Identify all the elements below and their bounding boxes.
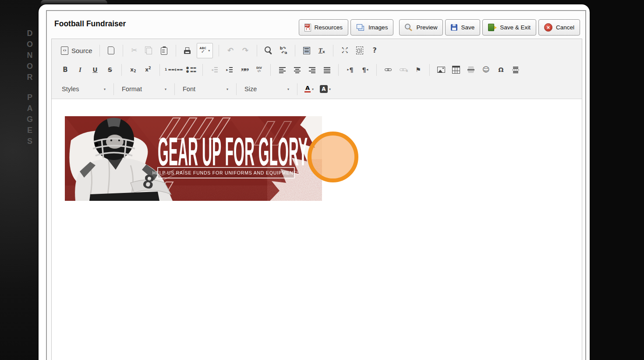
- align-left-button[interactable]: [276, 63, 289, 76]
- vertical-letter: E: [27, 125, 32, 136]
- editor-toolbar: Source▾ Styles▾Format▾Font▾Size▾▾▾: [52, 39, 582, 99]
- toolbar-separator: [295, 45, 295, 57]
- fundraiser-banner-image[interactable]: 8: [65, 116, 322, 201]
- subscript-button[interactable]: [127, 63, 140, 76]
- copy-button[interactable]: [143, 44, 156, 57]
- align-center-button[interactable]: [290, 63, 304, 76]
- size-dropdown[interactable]: Size▾: [241, 82, 292, 96]
- toolbar-separator: [121, 64, 122, 76]
- maximize-button[interactable]: [338, 44, 351, 57]
- paste-button[interactable]: [158, 44, 171, 57]
- rich-text-editor: Source▾ Styles▾Format▾Font▾Size▾▾▾: [51, 39, 582, 360]
- font-dropdown-label: Font: [183, 86, 195, 93]
- page-break-icon: [512, 66, 520, 74]
- chevron-down-icon: ▾: [287, 87, 289, 91]
- blockquote-button[interactable]: [237, 63, 251, 76]
- numbered-list-button[interactable]: [165, 63, 183, 76]
- find-icon: [265, 46, 271, 53]
- bold-button[interactable]: [59, 63, 72, 76]
- select-all-button[interactable]: [300, 44, 313, 57]
- align-justify-button[interactable]: [320, 63, 333, 76]
- show-blocks-button[interactable]: [353, 44, 366, 57]
- horizontal-rule-button[interactable]: [464, 63, 478, 76]
- find-button[interactable]: [262, 44, 275, 57]
- undo-button[interactable]: [224, 44, 237, 57]
- unlink-button[interactable]: [396, 63, 410, 76]
- toolbar-row-1: Source▾: [52, 41, 582, 60]
- donor-pages-vertical-label: DONORPAGES: [24, 28, 36, 147]
- editor-window: Football Fundraiser ResourcesImagesPrevi…: [39, 4, 590, 360]
- special-char-icon: [498, 67, 503, 73]
- align-right-button[interactable]: [305, 63, 318, 76]
- div-container-button[interactable]: [252, 63, 265, 76]
- banner-headline: GEAR UP FOR GLORY: [158, 130, 308, 174]
- new-page-button[interactable]: [105, 44, 118, 57]
- save-and-exit-button-label: Save & Exit: [500, 24, 531, 31]
- save-and-exit-button[interactable]: Save & Exit: [482, 19, 536, 36]
- text-color-button[interactable]: ▾: [302, 82, 316, 96]
- strikethrough-button[interactable]: [103, 63, 117, 76]
- smiley-button[interactable]: [479, 63, 492, 76]
- subscript-icon: [130, 67, 136, 73]
- image-button[interactable]: [435, 63, 448, 76]
- bold-icon: [63, 67, 67, 73]
- images-button[interactable]: Images: [350, 19, 393, 36]
- table-icon: [452, 66, 460, 74]
- anchor-icon: [415, 67, 421, 73]
- toolbar-separator: [202, 64, 203, 76]
- banner-subtitle-box: HELP US RAISE FUNDS FOR UNIFORMS AND EQU…: [152, 168, 300, 178]
- resources-button[interactable]: Resources: [299, 19, 349, 36]
- font-dropdown[interactable]: Font▾: [180, 82, 231, 96]
- vertical-word: DONOR: [27, 28, 33, 83]
- banner-subtitle: HELP US RAISE FUNDS FOR UNIFORMS AND EQU…: [152, 170, 300, 175]
- remove-format-button[interactable]: [315, 44, 328, 57]
- page-break-button[interactable]: [509, 63, 522, 76]
- div-container-icon: [256, 67, 262, 73]
- toolbar-row-2: [52, 60, 582, 79]
- cut-button[interactable]: [128, 44, 141, 57]
- floppy-icon: [451, 24, 457, 31]
- source-button-label: Source: [71, 47, 92, 54]
- special-char-button[interactable]: [494, 63, 507, 76]
- save-button[interactable]: Save: [445, 19, 480, 36]
- show-blocks-icon: [356, 46, 363, 54]
- print-button[interactable]: [181, 44, 194, 57]
- link-button[interactable]: [382, 63, 395, 76]
- chevron-down-icon: ▾: [329, 87, 331, 91]
- table-button[interactable]: [449, 63, 463, 76]
- bulleted-list-button[interactable]: [184, 63, 198, 76]
- save-button-label: Save: [461, 24, 474, 31]
- superscript-button[interactable]: [142, 63, 155, 76]
- cancel-button[interactable]: Cancel: [538, 19, 580, 36]
- format-dropdown[interactable]: Format▾: [119, 82, 170, 96]
- direction-ltr-button[interactable]: [343, 63, 357, 76]
- preview-button[interactable]: Preview: [399, 19, 443, 36]
- action-button-bar: ResourcesImagesPreviewSaveSave & ExitCan…: [299, 19, 580, 36]
- background-color-button[interactable]: ▾: [318, 82, 333, 96]
- undo-icon: [227, 47, 234, 54]
- page-title: Football Fundraiser: [54, 19, 126, 29]
- vertical-letter: D: [27, 28, 32, 39]
- source-button[interactable]: Source: [59, 44, 95, 57]
- click-indicator-overlay: [308, 132, 358, 182]
- outdent-button[interactable]: [208, 63, 221, 76]
- bulleted-list-icon: [186, 66, 196, 73]
- vertical-letter: P: [27, 92, 32, 103]
- direction-rtl-button[interactable]: [358, 63, 372, 76]
- anchor-button[interactable]: [411, 63, 425, 76]
- toolbar-row-3: Styles▾Format▾Font▾Size▾▾▾: [52, 79, 582, 99]
- underline-button[interactable]: [88, 63, 102, 76]
- select-all-icon: [303, 47, 310, 54]
- italic-button[interactable]: [74, 63, 87, 76]
- indent-button[interactable]: [223, 63, 236, 76]
- redo-button[interactable]: [239, 44, 252, 57]
- replace-button[interactable]: [277, 44, 290, 57]
- cancel-button-label: Cancel: [556, 24, 574, 31]
- spell-check-button[interactable]: ▾: [197, 43, 213, 58]
- image-icon: [437, 67, 445, 73]
- styles-dropdown[interactable]: Styles▾: [59, 82, 109, 96]
- screen: DONORPAGES Football Fundraiser Resources…: [0, 0, 644, 360]
- link-icon: [385, 68, 392, 71]
- about-button[interactable]: [368, 44, 381, 57]
- preview-button-label: Preview: [416, 24, 437, 31]
